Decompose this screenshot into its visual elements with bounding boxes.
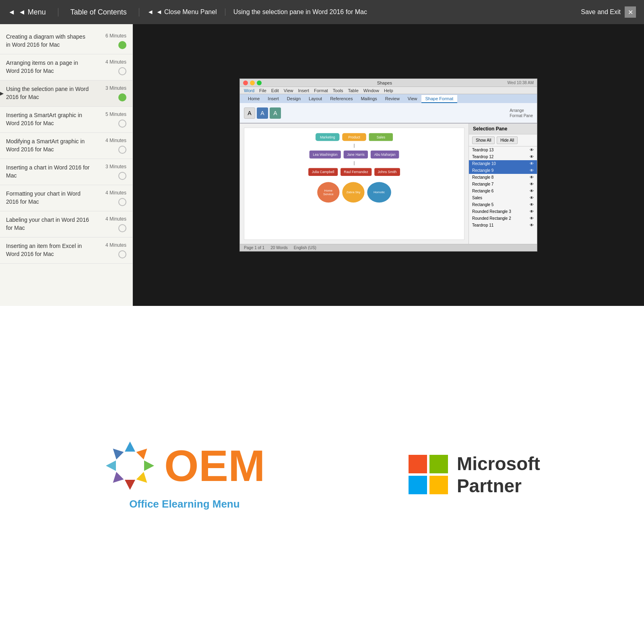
close-panel-button[interactable]: ◄ ◄ Close Menu Panel — [139, 8, 225, 16]
sidebar-item-format-chart[interactable]: Formatting your chart in Word 2016 for M… — [0, 185, 132, 211]
ribbon-tab-review[interactable]: Review — [381, 95, 404, 103]
bottom-section: OEM Office Elearning Menu Microsoft Part… — [0, 306, 644, 644]
ribbon-tab-design[interactable]: Design — [283, 95, 305, 103]
eye-icon: 👁 — [530, 189, 534, 193]
sp-item-rounded-rect2[interactable]: Rounded Rectangle 2 👁 — [469, 215, 537, 222]
word-menu-tools[interactable]: Tools — [333, 88, 343, 93]
oem-arrows-icon — [104, 440, 156, 492]
sidebar-item-meta: 4 Minutes — [94, 59, 126, 75]
ribbon-tab-home[interactable]: Home — [244, 95, 264, 103]
sp-item-label: Teardrop 12 — [472, 155, 493, 159]
sidebar-item-insert-chart[interactable]: Inserting a chart in Word 2016 for Mac 3… — [0, 159, 132, 185]
sidebar-item-text: Using the selection pane in Word 2016 fo… — [6, 85, 94, 101]
menu-button[interactable]: ◄ ◄ Menu — [8, 8, 58, 17]
save-exit-button[interactable]: Save and Exit ✕ — [581, 6, 636, 18]
ribbon-tab-view[interactable]: View — [404, 95, 421, 103]
mac-close-button[interactable] — [243, 80, 248, 85]
mac-maximize-button[interactable] — [257, 80, 262, 85]
sidebar-item-meta: 5 Minutes — [94, 111, 126, 128]
word-main-area: Marketing Product Sales Lea Washington J… — [240, 124, 537, 244]
hide-all-button[interactable]: Hide All — [497, 136, 518, 144]
sidebar-item-selection-pane[interactable]: Using the selection pane in Word 2016 fo… — [0, 80, 132, 107]
sidebar-item-status — [118, 250, 126, 258]
ribbon-tab-references[interactable]: References — [326, 95, 357, 103]
menu-label: ◄ Menu — [19, 8, 46, 17]
word-menu-word[interactable]: Word — [244, 88, 254, 93]
sidebar-item-duration: 6 Minutes — [105, 33, 126, 39]
sp-item-teardrop11[interactable]: Teardrop 11 👁 — [469, 222, 537, 229]
word-menu-help[interactable]: Help — [384, 88, 393, 93]
sp-item-label: Sales — [472, 196, 482, 200]
oem-subtitle-text: Office Elearning Menu — [129, 498, 240, 510]
sidebar-item-meta: 3 Minutes — [94, 164, 126, 180]
word-application: Shapes Wed 10:38 AM Word File Edit View … — [239, 78, 537, 252]
sp-item-rectangle9[interactable]: Rectangle 9 👁 — [469, 167, 537, 174]
sidebar-item-meta: 4 Minutes — [94, 216, 126, 232]
org-connector-1 — [354, 144, 355, 148]
statusbar-lang: English (US) — [294, 246, 316, 250]
ribbon-arrange-group: Arrange Format Pane — [510, 108, 533, 118]
word-ribbon: Home Insert Design Layout References Mai… — [240, 94, 537, 124]
sidebar-item-duration: 4 Minutes — [105, 216, 126, 222]
word-menu-format[interactable]: Format — [314, 88, 328, 93]
mac-minimize-button[interactable] — [250, 80, 255, 85]
ribbon-shape-btn-3[interactable]: A — [270, 107, 281, 119]
sidebar-item-label-chart[interactable]: Labeling your chart in Word 2016 for Mac… — [0, 211, 132, 237]
top-navigation: ◄ ◄ Menu Table of Contents ◄ ◄ Close Men… — [0, 0, 644, 24]
sp-item-label: Rectangle 7 — [472, 182, 493, 186]
sp-item-rectangle6[interactable]: Rectangle 6 👁 — [469, 188, 537, 194]
word-menu-insert[interactable]: Insert — [298, 88, 309, 93]
ms-partner-logo: Microsoft Partner — [409, 453, 540, 497]
eye-icon: 👁 — [530, 168, 534, 173]
sidebar-item-text: Inserting a SmartArt graphic in Word 201… — [6, 111, 94, 127]
sidebar-item-smartart-modify[interactable]: Modifying a SmartArt graphic in Word 201… — [0, 133, 132, 159]
word-menu-edit[interactable]: Edit — [271, 88, 279, 93]
sidebar-item-status — [118, 120, 126, 128]
sidebar-item-creating-diagram[interactable]: Creating a diagram with shapes in Word 2… — [0, 28, 132, 54]
word-menu-file[interactable]: File — [259, 88, 266, 93]
org-box-lea: Lea Washington — [310, 151, 341, 159]
menu-icon: ◄ — [8, 8, 15, 17]
sp-item-rectangle10[interactable]: Rectangle 10 👁 — [469, 160, 537, 167]
sp-item-teardrop12[interactable]: Teardrop 12 👁 — [469, 153, 537, 160]
sidebar-item-arranging-items[interactable]: Arranging items on a page in Word 2016 f… — [0, 54, 132, 80]
sp-item-teardrop13[interactable]: Teardrop 13 👁 — [469, 147, 537, 153]
sp-item-rounded-rect3[interactable]: Rounded Rectangle 3 👁 — [469, 208, 537, 215]
sp-item-label: Teardrop 13 — [472, 148, 493, 152]
ribbon-tab-insert[interactable]: Insert — [264, 95, 283, 103]
sidebar-item-excel-item[interactable]: Inserting an item from Excel in Word 201… — [0, 237, 132, 264]
sp-item-sales[interactable]: Sales 👁 — [469, 194, 537, 201]
oem-logo: OEM — [104, 440, 265, 492]
word-menu-view[interactable]: View — [284, 88, 293, 93]
ms-partner-line1: Microsoft — [457, 453, 540, 475]
sp-item-rectangle5[interactable]: Rectangle 5 👁 — [469, 201, 537, 208]
arrange-label: Arrange — [510, 108, 533, 113]
word-menu-window[interactable]: Window — [363, 88, 379, 93]
ribbon-shape-btn[interactable]: A — [244, 107, 255, 119]
sp-item-label: Rectangle 5 — [472, 202, 493, 207]
sp-item-label: Rectangle 10 — [472, 161, 496, 166]
ribbon-tab-shape-format[interactable]: Shape Format — [421, 95, 458, 103]
format-pane-label[interactable]: Format Pane — [510, 114, 533, 118]
ribbon-tab-layout[interactable]: Layout — [305, 95, 326, 103]
sp-item-rectangle7[interactable]: Rectangle 7 👁 — [469, 181, 537, 188]
close-panel-label: ◄ Close Menu Panel — [156, 8, 217, 16]
ribbon-shape-btn-2[interactable]: A — [257, 107, 268, 119]
org-box-raul: Raul Fernandez — [341, 168, 372, 176]
sidebar: Creating a diagram with shapes in Word 2… — [0, 24, 133, 306]
ms-blue-square — [409, 476, 427, 494]
word-menu-table[interactable]: Table — [348, 88, 359, 93]
org-box-johns: Johns Smith — [374, 168, 400, 176]
show-all-button[interactable]: Show All — [472, 136, 495, 144]
oem-logo-container: OEM Office Elearning Menu — [104, 440, 265, 510]
org-row-3: Julia Campbell Raul Fernandez Johns Smit… — [308, 168, 400, 176]
word-menubar: Word File Edit View Insert Format Tools … — [240, 87, 537, 94]
sp-item-rectangle8[interactable]: Rectangle 8 👁 — [469, 174, 537, 181]
close-x-button[interactable]: ✕ — [625, 6, 636, 18]
eye-icon: 👁 — [530, 223, 534, 227]
org-box-marketing: Marketing — [316, 133, 340, 141]
sidebar-item-duration: 4 Minutes — [105, 59, 126, 65]
ribbon-tab-mailings[interactable]: Mailings — [357, 95, 381, 103]
sidebar-item-smartart-insert[interactable]: Inserting a SmartArt graphic in Word 201… — [0, 107, 132, 133]
svg-marker-3 — [136, 472, 151, 487]
